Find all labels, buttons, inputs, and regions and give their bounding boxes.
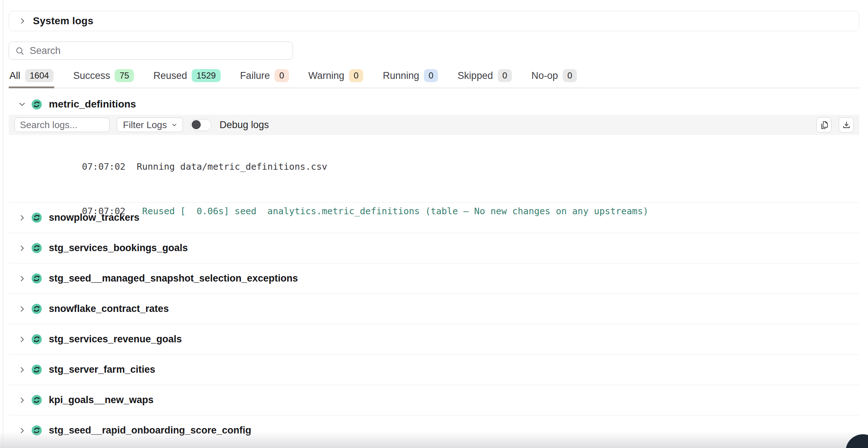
chevron-right-icon <box>18 335 26 343</box>
status-tab[interactable]: Success 75 <box>72 69 135 88</box>
log-line: 07:07:02Running data/metric_definitions.… <box>27 144 859 189</box>
log-search[interactable] <box>14 118 110 132</box>
reused-status-icon <box>31 425 42 436</box>
chevron-down-icon <box>171 122 178 128</box>
tab-label: All <box>9 70 20 81</box>
system-logs-page: System logs All 1604 Success 75 Reused 1… <box>0 0 868 448</box>
tab-label: Failure <box>240 70 270 81</box>
model-row-list: snowplow_trackers stg_services_bookings_… <box>9 202 859 445</box>
model-row[interactable]: stg_server_farm_cities <box>9 354 859 385</box>
model-row-label: stg_services_bookings_goals <box>49 242 188 254</box>
search-input[interactable] <box>30 45 287 56</box>
tab-label: Skipped <box>458 70 493 81</box>
model-row-label: stg_seed__managed_snapshot_selection_exc… <box>49 273 298 284</box>
status-tab[interactable]: Reused 1529 <box>153 69 221 88</box>
model-row[interactable]: stg_services_bookings_goals <box>9 233 859 263</box>
model-row-label: snowflake_contract_rates <box>49 303 169 314</box>
chevron-right-icon <box>18 427 26 435</box>
copy-logs-button[interactable] <box>816 117 831 132</box>
status-tab[interactable]: Warning 0 <box>308 69 364 88</box>
system-logs-expander[interactable]: System logs <box>9 11 859 31</box>
reused-status-icon <box>31 243 42 253</box>
model-row-label: snowplow_trackers <box>49 212 140 223</box>
download-icon <box>842 121 851 130</box>
tab-label: No-op <box>531 70 558 81</box>
reused-status-icon <box>31 212 42 223</box>
reused-status-icon <box>31 334 42 345</box>
debug-logs-toggle[interactable] <box>190 119 212 131</box>
log-search-input[interactable] <box>20 119 104 131</box>
global-search[interactable] <box>9 42 293 60</box>
tab-count-badge: 0 <box>349 69 363 82</box>
log-message: Running data/metric_definitions.csv <box>137 161 327 172</box>
chevron-right-icon <box>18 214 26 222</box>
filter-logs-label: Filter Logs <box>123 119 167 131</box>
status-tabs: All 1604 Success 75 Reused 1529 Failure … <box>9 69 859 88</box>
copy-icon <box>820 121 829 130</box>
status-tab[interactable]: All 1604 <box>9 69 54 88</box>
log-controls-bar: Filter Logs Debug logs <box>9 115 859 135</box>
model-row[interactable]: stg_services_revenue_goals <box>9 324 859 354</box>
tab-count-badge: 1604 <box>25 69 54 82</box>
toggle-knob <box>192 120 201 129</box>
tab-label: Reused <box>153 70 187 81</box>
section-title: metric_definitions <box>49 98 136 110</box>
search-icon <box>15 46 25 56</box>
filter-logs-dropdown[interactable]: Filter Logs <box>117 118 183 132</box>
tab-count-badge: 0 <box>275 69 289 82</box>
log-message: Reused [ 0.06s] seed analytics.metric_de… <box>137 206 648 216</box>
log-timestamp: 07:07:02 <box>82 161 125 172</box>
chevron-down-icon <box>18 100 26 108</box>
status-tab[interactable]: Failure 0 <box>239 69 290 88</box>
system-logs-title: System logs <box>33 15 93 27</box>
chevron-right-icon <box>18 275 26 283</box>
model-row[interactable]: snowflake_contract_rates <box>9 293 859 324</box>
tab-count-badge: 0 <box>498 69 512 82</box>
model-row[interactable]: stg_seed__rapid_onboarding_score_config <box>9 415 859 445</box>
tab-label: Running <box>383 70 419 81</box>
model-row-label: stg_seed__rapid_onboarding_score_config <box>49 425 251 436</box>
status-tab[interactable]: Skipped 0 <box>457 69 512 88</box>
chevron-right-icon <box>18 17 26 25</box>
tab-count-badge: 0 <box>563 69 577 82</box>
status-tab[interactable]: Running 0 <box>382 69 439 88</box>
section-header-metric-definitions[interactable]: metric_definitions <box>9 94 859 115</box>
reused-status-icon <box>31 304 42 314</box>
chevron-right-icon <box>18 396 26 404</box>
model-row-label: stg_server_farm_cities <box>49 364 155 375</box>
model-row[interactable]: stg_seed__managed_snapshot_selection_exc… <box>9 263 859 293</box>
debug-logs-label: Debug logs <box>220 119 269 131</box>
tab-label: Warning <box>309 70 345 81</box>
chevron-right-icon <box>18 305 26 313</box>
reused-status-icon <box>31 395 42 405</box>
model-row-label: kpi_goals__new_waps <box>49 394 154 406</box>
tab-count-badge: 0 <box>424 69 438 82</box>
chevron-right-icon <box>18 366 26 374</box>
tab-count-badge: 75 <box>115 69 134 82</box>
reused-status-icon <box>31 364 42 375</box>
reused-status-icon <box>31 273 42 284</box>
model-row-label: stg_services_revenue_goals <box>49 334 182 345</box>
reused-status-icon <box>31 99 42 110</box>
tab-label: Success <box>73 70 110 81</box>
download-logs-button[interactable] <box>839 117 854 132</box>
log-output: 07:07:02Running data/metric_definitions.… <box>9 135 859 202</box>
chevron-right-icon <box>18 244 26 252</box>
status-tab[interactable]: No-op 0 <box>531 69 578 88</box>
model-row[interactable]: kpi_goals__new_waps <box>9 385 859 415</box>
content-area: System logs All 1604 Success 75 Reused 1… <box>0 11 868 448</box>
tab-count-badge: 1529 <box>192 69 220 82</box>
